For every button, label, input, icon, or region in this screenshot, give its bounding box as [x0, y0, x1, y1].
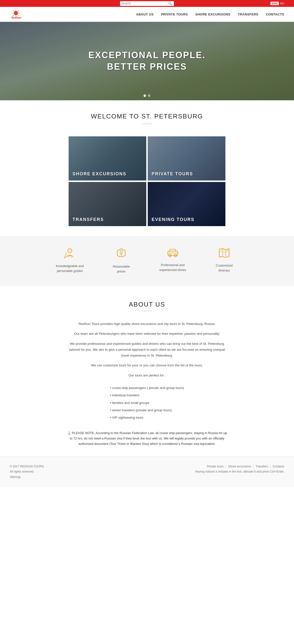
- nav-shore[interactable]: SHORE EXCURSIONS: [195, 12, 231, 16]
- footer-right: Private tours | Shore excursions | Trans…: [195, 464, 284, 474]
- card-transfers-title: TRANSFERS: [72, 217, 104, 222]
- card-transfers-overlay: TRANSFERS: [69, 182, 146, 226]
- welcome-divider: [142, 124, 152, 124]
- svg-line-24: [220, 251, 222, 252]
- card-evening-title: EVENING TOURS: [152, 217, 195, 222]
- nav-transfers[interactable]: TRANSFERS: [238, 12, 259, 16]
- about-list-item-4: senior travelers (private and group tour…: [110, 406, 184, 414]
- welcome-title: WELCOME TO ST. PETERSBURG: [10, 112, 284, 120]
- nav-private[interactable]: PRIVATE TOURS: [161, 12, 188, 16]
- about-section: ABOUT US RedSun Tours provides high qual…: [0, 286, 294, 456]
- about-divider: [142, 311, 152, 311]
- hero-dot-2[interactable]: [148, 94, 150, 97]
- about-list-item-3: families and small groups: [110, 399, 184, 406]
- lang-eng-button[interactable]: ENG: [271, 2, 279, 5]
- feature-guides: Knowledgeable andpersonable guides: [54, 248, 86, 274]
- about-para-3: We provide professional and experienced …: [66, 341, 228, 359]
- feature-drivers: Professional andexperienced drives: [157, 248, 189, 274]
- about-para-1: RedSun Tours provides high quality shore…: [66, 321, 228, 327]
- svg-line-13: [65, 252, 66, 258]
- tour-grid: SHORE EXCURSIONS PRIVATE TOURS TRANSFERS…: [59, 132, 235, 236]
- about-list-item-2: individual travelers: [110, 392, 184, 399]
- search-input[interactable]: [121, 2, 168, 5]
- about-para-4: We can customize tours for your or you c…: [66, 362, 228, 368]
- features-section: Knowledgeable andpersonable guides Reaso…: [0, 236, 294, 286]
- logo[interactable]: RedSun: [10, 9, 22, 19]
- drivers-icon: [167, 248, 179, 259]
- card-shore-title: SHORE EXCURSIONS: [72, 172, 126, 176]
- svg-line-8: [13, 15, 14, 16]
- about-text: RedSun Tours provides high quality shore…: [66, 321, 228, 426]
- about-list-item-1: cruise-ship passengers ( private and gro…: [110, 384, 184, 392]
- hero-dot-1[interactable]: [144, 94, 146, 97]
- search-form[interactable]: 🔍: [120, 1, 174, 6]
- nav-about[interactable]: ABOUT US: [136, 12, 154, 16]
- footer-note: Having noticed a mistake in the text, al…: [195, 469, 284, 474]
- about-title: ABOUT US: [10, 301, 284, 308]
- hero-content: EXCEPTIONAL PEOPLE. BETTER PRICES: [88, 50, 206, 72]
- hero-dots: [144, 94, 150, 97]
- about-note: ⚓ PLEASE NOTE: According to the Russian …: [66, 430, 228, 446]
- features-grid: Knowledgeable andpersonable guides Reaso…: [10, 248, 284, 274]
- card-shore-overlay: SHORE EXCURSIONS: [69, 136, 146, 180]
- footer-link-shore[interactable]: Shore excursions: [228, 464, 251, 470]
- card-private-tours[interactable]: PRIVATE TOURS: [148, 136, 225, 180]
- guide-icon: [64, 248, 75, 260]
- search-button[interactable]: 🔍: [168, 2, 172, 6]
- about-para-5: Our tours are perfect for :: [66, 372, 228, 378]
- svg-point-14: [64, 257, 66, 258]
- feature-guides-label: Knowledgeable andpersonable guides: [56, 264, 84, 273]
- prices-icon: [117, 248, 126, 261]
- feature-drivers-label: Professional andexperienced drives: [159, 263, 186, 272]
- card-private-title: PRIVATE TOURS: [152, 172, 193, 176]
- svg-text:RedSun: RedSun: [11, 16, 21, 19]
- footer-link-transfers[interactable]: Transfers: [256, 464, 268, 470]
- footer-left: © 2017 REDSUN-TOURS. All rights reserved…: [10, 464, 45, 480]
- svg-line-26: [226, 251, 229, 251]
- card-private-overlay: PRIVATE TOURS: [148, 136, 225, 180]
- card-evening-tours[interactable]: EVENING TOURS: [148, 182, 225, 226]
- footer-links: Private tours | Shore excursions | Trans…: [195, 464, 284, 470]
- svg-point-10: [68, 249, 72, 252]
- nav-contacts[interactable]: CONTACTS: [266, 12, 284, 16]
- about-note-text: ⚓ PLEASE NOTE: According to the Russian …: [66, 430, 228, 446]
- footer-link-private[interactable]: Private tours: [207, 464, 224, 470]
- footer: © 2017 REDSUN-TOURS. All rights reserved…: [0, 456, 294, 487]
- feature-itinerary: Customizeditinerary: [208, 248, 240, 274]
- lang-switcher: ENG RU: [271, 2, 284, 5]
- footer-link-contacts[interactable]: Contacts: [273, 464, 284, 470]
- hero-line1: EXCEPTIONAL PEOPLE.: [88, 50, 206, 60]
- svg-point-15: [120, 250, 122, 253]
- lang-ru-button[interactable]: RU: [280, 2, 284, 5]
- itinerary-icon: [219, 248, 230, 260]
- nav-header: RedSun ABOUT US PRIVATE TOURS SHORE EXCU…: [0, 7, 294, 22]
- tour-cards-section: SHORE EXCURSIONS PRIVATE TOURS TRANSFERS…: [0, 132, 294, 236]
- footer-copyright: © 2017 REDSUN-TOURS.: [10, 464, 45, 470]
- about-list-item-5: VIP sightseeing tours: [110, 414, 184, 421]
- svg-point-0: [14, 11, 18, 15]
- svg-line-5: [13, 10, 14, 12]
- about-list: cruise-ship passengers ( private and gro…: [110, 384, 184, 421]
- feature-prices-label: Reasonableprices: [113, 264, 130, 274]
- svg-line-7: [18, 10, 19, 12]
- card-evening-overlay: EVENING TOURS: [148, 182, 225, 226]
- about-para-2: Our team are all Petersburgers who have …: [66, 331, 228, 337]
- hero-section: EXCEPTIONAL PEOPLE. BETTER PRICES: [0, 22, 294, 100]
- svg-line-25: [223, 252, 225, 252]
- logo-icon: RedSun: [10, 9, 22, 19]
- feature-itinerary-label: Customizeditinerary: [216, 263, 233, 273]
- card-shore-excursions[interactable]: SHORE EXCURSIONS: [69, 136, 146, 180]
- feature-prices: Reasonableprices: [105, 248, 137, 274]
- hero-line2: BETTER PRICES: [107, 62, 187, 72]
- svg-line-6: [18, 15, 19, 16]
- card-transfers[interactable]: TRANSFERS: [69, 182, 146, 226]
- top-bar: 🔍 ENG RU: [0, 0, 294, 7]
- welcome-section: WELCOME TO ST. PETERSBURG: [0, 100, 294, 132]
- footer-rights: All rights reserved.: [10, 469, 45, 474]
- hero-title: EXCEPTIONAL PEOPLE. BETTER PRICES: [88, 50, 206, 72]
- footer-sitemap-link[interactable]: Sitemap: [10, 475, 20, 479]
- main-nav: ABOUT US PRIVATE TOURS SHORE EXCURSIONS …: [136, 12, 284, 16]
